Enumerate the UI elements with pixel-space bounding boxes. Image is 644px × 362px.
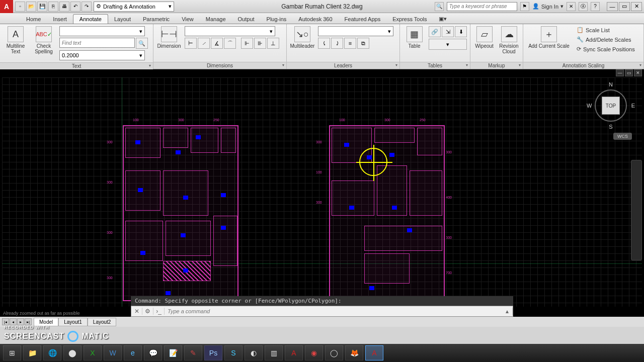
dim-continue-icon[interactable]: ⊩	[241, 38, 253, 49]
tab-featured-apps[interactable]: Featured Apps	[339, 15, 387, 24]
qat-redo-icon[interactable]: ↷	[82, 2, 92, 12]
table-button[interactable]: ▦ Table	[403, 26, 426, 49]
layout-tab-layout1[interactable]: Layout1	[58, 318, 88, 326]
command-expand-icon[interactable]: ▴	[502, 308, 513, 315]
taskbar-chrome-icon[interactable]: ◯	[325, 345, 343, 360]
tab-layout[interactable]: Layout	[108, 15, 137, 24]
taskbar-app6-icon[interactable]: ◉	[305, 345, 323, 360]
sync-scale-button[interactable]: ⟳Sync Scale Positions	[575, 45, 637, 53]
viewcube-north[interactable]: N	[609, 81, 613, 87]
app-logo[interactable]: A	[0, 0, 13, 13]
start-button[interactable]: ⊞	[3, 345, 21, 360]
taskbar-app4-icon[interactable]: ◐	[245, 345, 263, 360]
layout-nav[interactable]: |◂ ◂ ▸ ▸|	[0, 318, 34, 325]
command-input[interactable]	[165, 308, 502, 314]
tab-manage[interactable]: Manage	[200, 15, 232, 24]
add-current-scale-button[interactable]: ＋ Add Current Scale	[526, 26, 572, 49]
taskbar-app2-icon[interactable]: ✎	[184, 345, 202, 360]
navigation-bar[interactable]	[631, 160, 642, 260]
workspace-selector[interactable]: ⚙Drafting & Annotation ▾	[94, 2, 174, 12]
panel-dimensions-title[interactable]: Dimensions	[153, 62, 286, 69]
a360-icon[interactable]: Ⓐ	[579, 2, 588, 11]
taskbar-app1-icon[interactable]: ⬤	[63, 345, 82, 360]
leader-collect-icon[interactable]: ⧉	[357, 38, 369, 49]
tab-view[interactable]: View	[176, 15, 200, 24]
taskbar-autocad-active-icon[interactable]: A	[365, 345, 383, 360]
table-link-icon[interactable]: 🔗	[429, 26, 441, 37]
layout-tab-layout2[interactable]: Layout2	[88, 318, 117, 326]
layout-next-icon[interactable]: ▸	[17, 318, 24, 325]
text-height-combo[interactable]: 0.2000▾	[59, 50, 145, 60]
ribbon-collapse-icon[interactable]: ▣▾	[433, 14, 453, 24]
minimize-button[interactable]: —	[607, 2, 618, 11]
tab-express-tools[interactable]: Express Tools	[386, 15, 433, 24]
viewport-close-icon[interactable]: ✕	[634, 69, 642, 76]
viewcube[interactable]: N S E W TOP	[587, 81, 635, 130]
tab-parametric[interactable]: Parametric	[137, 15, 176, 24]
help-icon[interactable]: ?	[591, 2, 600, 11]
close-button[interactable]: ✕	[631, 2, 642, 11]
taskbar-ie-icon[interactable]: e	[124, 345, 142, 360]
taskbar-notes-icon[interactable]: 📝	[164, 345, 182, 360]
panel-leaders-title[interactable]: Leaders	[287, 62, 399, 69]
add-delete-scales-button[interactable]: 🔧Add/Delete Scales	[575, 36, 637, 43]
panel-scaling-title[interactable]: Annotation Scaling	[523, 62, 643, 69]
viewcube-top[interactable]: TOP	[602, 97, 620, 115]
taskbar-explorer-icon[interactable]: 📁	[23, 345, 41, 360]
qat-save-icon[interactable]: 💾	[37, 2, 47, 12]
panel-markup-title[interactable]: Markup	[470, 62, 523, 69]
tab-home[interactable]: Home	[20, 15, 47, 24]
dim-angular-icon[interactable]: ∡	[211, 38, 223, 49]
taskbar-chat-icon[interactable]: 💬	[144, 345, 162, 360]
scale-list-button[interactable]: 📋Scale List	[575, 26, 637, 34]
search-toggle-icon[interactable]: 🔍	[435, 2, 444, 11]
dimension-button[interactable]: ⊢⊣ Dimension	[156, 26, 182, 49]
command-close-icon[interactable]: ✕	[131, 308, 142, 315]
viewport-minimize-icon[interactable]: —	[616, 69, 624, 76]
tab-annotate[interactable]: Annotate	[73, 14, 108, 24]
dim-linear-icon[interactable]: ⊢	[185, 38, 197, 49]
dim-ordinate-icon[interactable]: ⊥	[267, 38, 279, 49]
multileader-button[interactable]: ↘○ Multileader	[290, 26, 315, 49]
layout-first-icon[interactable]: |◂	[2, 318, 9, 325]
taskbar-excel-icon[interactable]: X	[84, 345, 102, 360]
qat-undo-icon[interactable]: ↶	[70, 2, 80, 12]
table-download-icon[interactable]: ⬇	[455, 26, 467, 37]
layout-last-icon[interactable]: ▸|	[25, 318, 32, 325]
maximize-button[interactable]: ▭	[619, 2, 630, 11]
tab-insert[interactable]: Insert	[47, 15, 73, 24]
viewport-maximize-icon[interactable]: ▭	[625, 69, 633, 76]
qat-new-icon[interactable]: ▫	[15, 2, 25, 12]
find-icon[interactable]: 🔍	[136, 38, 148, 49]
leader-remove-icon[interactable]: ⤸	[331, 38, 343, 49]
panel-text-title[interactable]: Text	[0, 62, 153, 69]
qat-open-icon[interactable]: 📂	[26, 2, 36, 12]
dim-baseline-icon[interactable]: ⊪	[254, 38, 266, 49]
signin-button[interactable]: 👤Sign In▾	[532, 3, 564, 10]
wipeout-button[interactable]: ▱ Wipeout	[473, 26, 495, 49]
taskbar-autocad1-icon[interactable]: A	[285, 345, 303, 360]
layout-prev-icon[interactable]: ◂	[10, 318, 17, 325]
exchange-icon[interactable]: ✕	[567, 2, 576, 11]
find-text-input[interactable]	[59, 38, 135, 48]
leader-align-icon[interactable]: ≡	[344, 38, 356, 49]
revision-cloud-button[interactable]: ☁ Revision Cloud	[498, 26, 520, 54]
tab-autodesk360[interactable]: Autodesk 360	[292, 15, 338, 24]
text-style-combo[interactable]: ▾	[59, 26, 145, 36]
taskbar-word-icon[interactable]: W	[104, 345, 122, 360]
multiline-text-button[interactable]: A Multiline Text	[3, 26, 28, 54]
qat-print-icon[interactable]: 🖶	[59, 2, 69, 12]
tab-output[interactable]: Output	[232, 15, 261, 24]
dim-aligned-icon[interactable]: ⟋	[198, 38, 210, 49]
check-spelling-button[interactable]: ABC✓ Check Spelling	[31, 26, 56, 54]
leader-add-icon[interactable]: ⤹	[318, 38, 330, 49]
tab-plugins[interactable]: Plug-ins	[261, 15, 293, 24]
qat-saveas-icon[interactable]: ⎘	[48, 2, 58, 12]
taskbar-browser-icon[interactable]: 🌐	[43, 345, 61, 360]
taskbar-photoshop-icon[interactable]: Ps	[204, 345, 222, 360]
taskbar-app3-icon[interactable]: S	[224, 345, 243, 360]
taskbar-firefox-icon[interactable]: 🦊	[345, 345, 363, 360]
drawing-canvas[interactable]: 100 300 250 300 300 300 300 300 400 300	[2, 77, 642, 307]
leader-style-combo[interactable]: ▾	[318, 26, 393, 36]
panel-tables-title[interactable]: Tables	[400, 62, 470, 69]
